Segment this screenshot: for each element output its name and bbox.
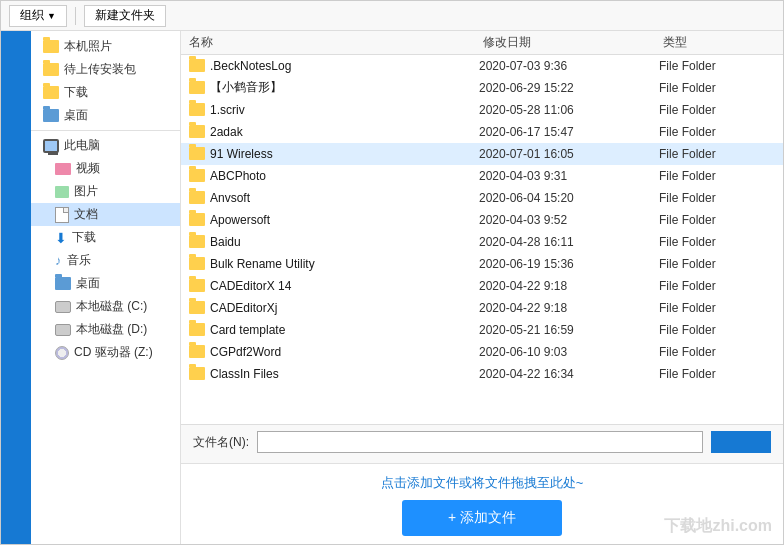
sidebar-item-video[interactable]: 视频 <box>31 157 180 180</box>
header-date[interactable]: 修改日期 <box>479 34 659 51</box>
table-row[interactable]: CADEditorX 142020-04-22 9:18File Folder <box>181 275 783 297</box>
sidebar-item-local-disk-c[interactable]: 本地磁盘 (C:) <box>31 295 180 318</box>
file-list[interactable]: .BeckNotesLog2020-07-03 9:36File Folder【… <box>181 55 783 424</box>
file-name-cell: CADEditorXj <box>185 301 479 315</box>
drive-icon <box>55 301 71 313</box>
organize-chevron-icon: ▼ <box>47 11 56 21</box>
file-type-cell: File Folder <box>659 147 779 161</box>
table-row[interactable]: ClassIn Files2020-04-22 16:34File Folder <box>181 363 783 385</box>
file-name-cell: ABCPhoto <box>185 169 479 183</box>
video-icon <box>55 163 71 175</box>
sidebar-item-music[interactable]: ♪ 音乐 <box>31 249 180 272</box>
file-type-cell: File Folder <box>659 125 779 139</box>
file-type-cell: File Folder <box>659 345 779 359</box>
left-strip: 配置 <box>1 31 31 544</box>
table-row[interactable]: Anvsoft2020-06-04 15:20File Folder <box>181 187 783 209</box>
table-row[interactable]: Card template2020-05-21 16:59File Folder <box>181 319 783 341</box>
folder-icon <box>43 63 59 76</box>
filename-input[interactable] <box>257 431 703 453</box>
toolbar-separator <box>75 7 76 25</box>
sidebar-item-desktop2[interactable]: 桌面 <box>31 272 180 295</box>
file-date-cell: 2020-04-03 9:31 <box>479 169 659 183</box>
computer-icon <box>43 139 59 153</box>
table-row[interactable]: Baidu2020-04-28 16:11File Folder <box>181 231 783 253</box>
table-row[interactable]: CGPdf2Word2020-06-10 9:03File Folder <box>181 341 783 363</box>
sidebar-item-cd-drive-z[interactable]: CD 驱动器 (Z:) <box>31 341 180 364</box>
file-name-text: 91 Wireless <box>210 147 273 161</box>
folder-icon <box>189 81 205 94</box>
file-date-cell: 2020-05-28 11:06 <box>479 103 659 117</box>
file-date-cell: 2020-05-21 16:59 <box>479 323 659 337</box>
folder-icon <box>189 59 205 72</box>
table-row[interactable]: 91 Wireless2020-07-01 16:05File Folder <box>181 143 783 165</box>
sidebar-item-pending-install[interactable]: 待上传安装包 <box>31 58 180 81</box>
table-row[interactable]: .BeckNotesLog2020-07-03 9:36File Folder <box>181 55 783 77</box>
file-name-cell: 91 Wireless <box>185 147 479 161</box>
content-wrapper: 配置 本机照片 待上传安装包 下载 桌面 <box>1 31 783 544</box>
file-type-cell: File Folder <box>659 235 779 249</box>
file-name-text: 【小鹤音形】 <box>210 79 282 96</box>
drive-icon <box>55 324 71 336</box>
table-row[interactable]: CADEditorXj2020-04-22 9:18File Folder <box>181 297 783 319</box>
folder-icon <box>189 191 205 204</box>
file-name-text: Baidu <box>210 235 241 249</box>
sidebar-item-label: 文档 <box>74 206 98 223</box>
sidebar-item-downloads[interactable]: 下载 <box>31 81 180 104</box>
drop-text: 点击添加文件或将文件拖拽至此处~ <box>181 474 783 492</box>
filename-row: 文件名(N): <box>193 431 771 453</box>
file-name-cell: Anvsoft <box>185 191 479 205</box>
new-folder-button[interactable]: 新建文件夹 <box>84 5 166 27</box>
file-date-cell: 2020-04-03 9:52 <box>479 213 659 227</box>
folder-icon <box>189 345 205 358</box>
table-row[interactable]: Bulk Rename Utility2020-06-19 15:36File … <box>181 253 783 275</box>
folder-icon <box>189 257 205 270</box>
cd-icon <box>55 346 69 360</box>
add-file-button[interactable]: + 添加文件 <box>402 500 562 536</box>
file-name-cell: 【小鹤音形】 <box>185 79 479 96</box>
table-row[interactable]: 1.scriv2020-05-28 11:06File Folder <box>181 99 783 121</box>
folder-icon <box>189 367 205 380</box>
file-name-cell: ClassIn Files <box>185 367 479 381</box>
folder-icon <box>43 40 59 53</box>
header-type[interactable]: 类型 <box>659 34 779 51</box>
sidebar-item-downloads2[interactable]: ⬇ 下载 <box>31 226 180 249</box>
folder-icon <box>189 169 205 182</box>
sidebar-item-pictures[interactable]: 图片 <box>31 180 180 203</box>
sidebar-item-label: 待上传安装包 <box>64 61 136 78</box>
drop-area[interactable]: 点击添加文件或将文件拖拽至此处~ + 添加文件 <box>181 463 783 544</box>
open-button[interactable] <box>711 431 771 453</box>
download-icon: ⬇ <box>55 230 67 246</box>
table-row[interactable]: 【小鹤音形】2020-06-29 15:22File Folder <box>181 77 783 99</box>
file-name-text: 2adak <box>210 125 243 139</box>
file-date-cell: 2020-04-22 16:34 <box>479 367 659 381</box>
table-row[interactable]: 2adak2020-06-17 15:47File Folder <box>181 121 783 143</box>
sidebar-item-desktop[interactable]: 桌面 <box>31 104 180 127</box>
table-row[interactable]: Apowersoft2020-04-03 9:52File Folder <box>181 209 783 231</box>
sidebar-item-this-pc[interactable]: 此电脑 <box>31 134 180 157</box>
organize-button[interactable]: 组织 ▼ <box>9 5 67 27</box>
folder-icon <box>189 147 205 160</box>
file-date-cell: 2020-04-22 9:18 <box>479 301 659 315</box>
sidebar-item-label: 桌面 <box>76 275 100 292</box>
organize-label: 组织 <box>20 7 44 24</box>
file-name-cell: Baidu <box>185 235 479 249</box>
file-name-cell: CGPdf2Word <box>185 345 479 359</box>
file-name-text: .BeckNotesLog <box>210 59 291 73</box>
header-name[interactable]: 名称 <box>185 34 479 51</box>
file-date-cell: 2020-04-28 16:11 <box>479 235 659 249</box>
file-type-cell: File Folder <box>659 301 779 315</box>
sidebar-item-local-disk-d[interactable]: 本地磁盘 (D:) <box>31 318 180 341</box>
file-type-cell: File Folder <box>659 213 779 227</box>
folder-icon <box>189 235 205 248</box>
image-icon <box>55 186 69 198</box>
folder-icon <box>189 279 205 292</box>
file-name-text: Bulk Rename Utility <box>210 257 315 271</box>
file-name-text: CGPdf2Word <box>210 345 281 359</box>
sidebar-item-local-photos[interactable]: 本机照片 <box>31 35 180 58</box>
sidebar[interactable]: 本机照片 待上传安装包 下载 桌面 此电脑 <box>31 31 181 544</box>
file-date-cell: 2020-07-01 16:05 <box>479 147 659 161</box>
file-name-text: ClassIn Files <box>210 367 279 381</box>
table-row[interactable]: ABCPhoto2020-04-03 9:31File Folder <box>181 165 783 187</box>
sidebar-item-documents[interactable]: 文档 <box>31 203 180 226</box>
file-type-cell: File Folder <box>659 257 779 271</box>
